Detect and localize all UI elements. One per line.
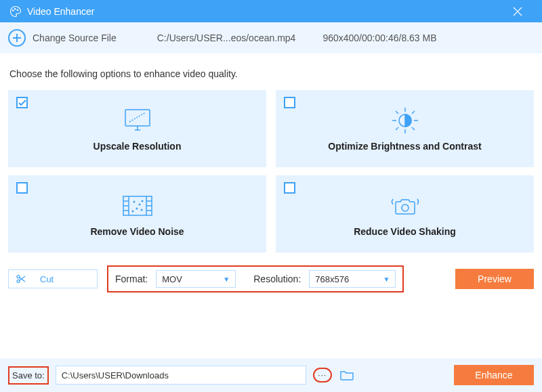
resolution-label: Resolution: <box>253 274 301 284</box>
checkbox-shaking[interactable] <box>284 182 295 194</box>
svg-line-17 <box>412 127 415 130</box>
checkbox-upscale[interactable] <box>16 97 28 108</box>
checkbox-brightness[interactable] <box>284 97 295 108</box>
svg-point-35 <box>402 204 409 211</box>
svg-line-18 <box>412 111 415 114</box>
svg-rect-7 <box>125 110 150 126</box>
option-upscale-resolution[interactable]: Upscale Resolution <box>8 90 266 167</box>
option-brightness-contrast[interactable]: Optimize Brightness and Contrast <box>276 90 534 167</box>
svg-line-16 <box>396 111 398 114</box>
option-label: Reduce Video Shaking <box>354 226 456 237</box>
change-source-label[interactable]: Change Source File <box>33 32 117 43</box>
svg-line-19 <box>396 127 398 130</box>
scissors-icon <box>16 274 26 284</box>
footer-bar: Save to: C:\Users\USER\Downloads ··· Enh… <box>0 358 542 392</box>
save-to-label: Save to: <box>8 366 49 385</box>
preview-button[interactable]: Preview <box>455 269 534 289</box>
option-label: Optimize Brightness and Contrast <box>328 141 481 152</box>
svg-point-33 <box>132 211 133 212</box>
options-grid: Upscale Resolution Optimize Brightness a… <box>0 90 542 253</box>
svg-point-1 <box>15 8 16 9</box>
brightness-icon <box>390 106 420 135</box>
monitor-icon <box>123 106 152 135</box>
checkbox-noise[interactable] <box>16 182 28 194</box>
format-label: Format: <box>115 274 148 284</box>
caret-down-icon: ▼ <box>223 276 230 283</box>
checkmark-icon <box>18 100 26 106</box>
film-noise-icon <box>121 191 154 221</box>
app-title: Video Enhancer <box>27 6 512 17</box>
cut-button[interactable]: Cut <box>8 269 98 288</box>
option-label: Upscale Resolution <box>93 141 182 152</box>
instruction-text: Choose the following options to enhance … <box>0 53 542 90</box>
controls-row: Cut Format: MOV ▼ Resolution: 768x576 ▼ … <box>0 253 542 292</box>
titlebar: Video Enhancer <box>0 0 542 22</box>
close-icon[interactable] <box>512 6 533 17</box>
svg-point-0 <box>13 9 14 11</box>
camera-shake-icon <box>389 191 421 221</box>
svg-point-34 <box>142 200 143 202</box>
option-remove-noise[interactable]: Remove Video Noise <box>8 175 266 253</box>
source-bar: Change Source File C:/Users/USER...eos/o… <box>0 22 542 53</box>
resolution-value: 768x576 <box>315 274 349 284</box>
svg-point-30 <box>139 204 140 205</box>
svg-point-31 <box>136 208 138 209</box>
format-resolution-group: Format: MOV ▼ Resolution: 768x576 ▼ <box>107 265 404 292</box>
format-select[interactable]: MOV ▼ <box>156 270 236 288</box>
svg-point-29 <box>133 201 135 202</box>
svg-point-32 <box>141 209 142 211</box>
option-reduce-shaking[interactable]: Reduce Video Shaking <box>276 175 534 253</box>
caret-down-icon: ▼ <box>383 276 390 283</box>
open-folder-button[interactable] <box>339 368 355 382</box>
save-path-value: C:\Users\USER\Downloads <box>62 370 169 380</box>
change-source-button[interactable] <box>8 29 26 47</box>
format-value: MOV <box>162 274 182 284</box>
svg-line-8 <box>129 112 146 122</box>
source-info: 960x400/00:00:46/8.63 MB <box>322 32 436 43</box>
browse-button[interactable]: ··· <box>313 368 332 383</box>
palette-icon <box>9 5 22 18</box>
option-label: Remove Video Noise <box>90 226 184 237</box>
resolution-select[interactable]: 768x576 ▼ <box>309 270 396 288</box>
save-path-input[interactable]: C:\Users\USER\Downloads <box>56 366 306 385</box>
cut-label: Cut <box>40 274 54 284</box>
source-path: C:/Users/USER...eos/ocean.mp4 <box>157 32 296 43</box>
svg-point-2 <box>17 9 18 11</box>
enhance-button[interactable]: Enhance <box>454 365 534 385</box>
